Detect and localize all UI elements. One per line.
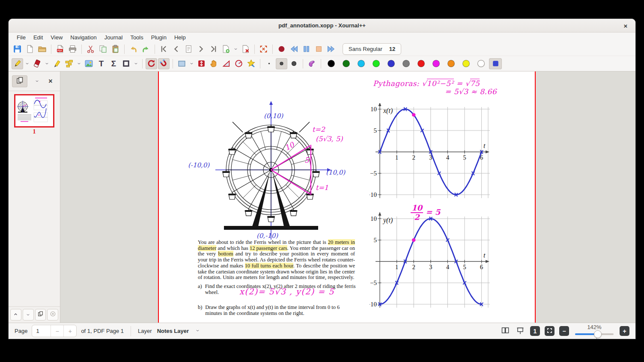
pen-button[interactable]	[12, 58, 23, 69]
font-selector-button[interactable]: Sans Regular 12	[343, 43, 401, 55]
color-dark-green-button[interactable]	[339, 58, 353, 69]
color-black-button[interactable]	[324, 58, 338, 69]
fullscreen-button[interactable]	[258, 44, 269, 55]
layer-dropdown-button[interactable]	[193, 327, 202, 335]
thickness-thick-button[interactable]	[288, 58, 300, 69]
next-page-button[interactable]	[195, 44, 207, 55]
prev-page-button[interactable]	[170, 44, 182, 55]
sidebar-tab-pages[interactable]	[12, 75, 27, 87]
zoom-slider-knob[interactable]	[594, 330, 602, 338]
titlebar[interactable]: pdf_annotation.xopp - Xournal++ ×	[9, 19, 635, 33]
color-white-button[interactable]	[474, 58, 488, 69]
eraser-button[interactable]	[31, 58, 43, 69]
insert-image-button[interactable]	[83, 58, 95, 69]
save-button[interactable]	[12, 44, 23, 55]
layer-selector[interactable]: Notes Layer	[157, 328, 189, 334]
color-picker-button[interactable]	[489, 58, 502, 69]
new-page-dropdown-button[interactable]	[233, 44, 239, 55]
menu-tools[interactable]: Tools	[126, 33, 147, 42]
thickness-medium-button[interactable]	[276, 58, 287, 69]
page-thumbnail[interactable]	[14, 94, 54, 128]
tex-tool-button[interactable]: Σ	[108, 58, 119, 69]
menu-file[interactable]: File	[13, 33, 30, 42]
paste-button[interactable]	[110, 44, 121, 55]
color-blue-button[interactable]	[384, 58, 398, 69]
copy-button[interactable]	[97, 44, 109, 55]
compass-button[interactable]	[233, 58, 244, 69]
text-tool-button[interactable]: T	[95, 58, 107, 69]
shapes-dropdown-button[interactable]	[133, 58, 139, 69]
menu-view[interactable]: View	[47, 33, 66, 42]
page-thumbnail-preview	[15, 95, 51, 124]
page-number-input[interactable]: 1	[32, 325, 51, 337]
select-dropdown-button[interactable]	[188, 58, 195, 69]
menu-help[interactable]: Help	[170, 33, 190, 42]
stop-button[interactable]	[313, 44, 325, 55]
zoom-in-button[interactable]: +	[620, 326, 629, 336]
page-decrement-button[interactable]: −	[51, 325, 64, 337]
fill-button[interactable]	[306, 58, 318, 69]
color-magenta-button[interactable]	[429, 58, 443, 69]
zoom-slider[interactable]	[575, 331, 614, 337]
menu-edit[interactable]: Edit	[30, 33, 47, 42]
redo-button[interactable]	[140, 44, 152, 55]
vertical-space-button[interactable]	[196, 58, 207, 69]
print-button[interactable]	[67, 44, 78, 55]
statusbar-right: 1 − 142% +	[500, 326, 629, 337]
presentation-mode-button[interactable]	[515, 326, 525, 336]
select-rect-button[interactable]	[176, 58, 188, 69]
thumbnail-down-button[interactable]	[23, 309, 34, 320]
menu-navigation[interactable]: Navigation	[66, 33, 100, 42]
two-page-view-button[interactable]	[500, 326, 510, 336]
delete-page-sidebar-button[interactable]	[47, 309, 58, 320]
color-green-button[interactable]	[369, 58, 383, 69]
pdf-text-select-button[interactable]	[63, 58, 75, 69]
color-orange-button[interactable]	[444, 58, 458, 69]
page-increment-button[interactable]: +	[64, 325, 76, 337]
new-file-button[interactable]	[24, 44, 36, 55]
menu-journal[interactable]: Journal	[101, 33, 127, 42]
zoom-percent-label: 142%	[587, 324, 601, 330]
color-cyan-button[interactable]	[354, 58, 368, 69]
zoom-100-button[interactable]: 1	[530, 326, 540, 336]
zoom-fit-button[interactable]	[545, 326, 555, 336]
new-page-button[interactable]	[220, 44, 232, 55]
toolbar-separator	[321, 59, 321, 68]
fast-forward-button[interactable]	[325, 44, 337, 55]
rotation-snapping-button[interactable]	[146, 58, 157, 69]
canvas-area[interactable]: Pythagoras: √10²−5² = √75 = 5√3 ≈ 8.66 1…	[60, 71, 635, 323]
undo-button[interactable]	[128, 44, 139, 55]
hand-tool-button[interactable]	[208, 58, 220, 69]
first-page-button[interactable]	[158, 44, 170, 55]
sidebar-dropdown-button[interactable]	[33, 77, 41, 86]
pdf-text-dropdown-button[interactable]	[76, 58, 82, 69]
pause-button[interactable]	[301, 44, 312, 55]
record-audio-button[interactable]	[276, 44, 287, 55]
color-yellow-button[interactable]	[459, 58, 473, 69]
rewind-button[interactable]	[288, 44, 300, 55]
page-spinner-button[interactable]	[183, 44, 194, 55]
menu-plugin[interactable]: Plugin	[147, 33, 170, 42]
setsquare-button[interactable]	[221, 58, 232, 69]
zoom-out-button[interactable]: −	[559, 326, 569, 336]
color-red-button[interactable]	[414, 58, 428, 69]
eraser-dropdown-button[interactable]	[44, 58, 50, 69]
export-pdf-button[interactable]: PDF	[54, 44, 66, 55]
cut-button[interactable]	[85, 44, 96, 55]
thickness-fine-button[interactable]	[263, 58, 275, 69]
pen-dropdown-button[interactable]	[24, 58, 30, 69]
grid-snapping-button[interactable]	[158, 58, 170, 69]
color-gray-button[interactable]	[399, 58, 413, 69]
open-folder-button[interactable]	[36, 44, 48, 55]
thumbnail-up-button[interactable]	[10, 309, 21, 320]
last-page-button[interactable]	[208, 44, 219, 55]
shapes-button[interactable]	[120, 58, 132, 69]
close-window-button[interactable]: ×	[621, 21, 630, 30]
highlighter-button[interactable]	[51, 58, 63, 69]
delete-page-button[interactable]	[240, 44, 251, 55]
duplicate-page-button[interactable]	[35, 309, 46, 320]
select-rect-icon	[177, 59, 186, 68]
pdf-page[interactable]: Pythagoras: √10²−5² = √75 = 5√3 ≈ 8.66 1…	[158, 71, 536, 323]
default-tool-button[interactable]	[245, 58, 257, 69]
sidebar-close-button[interactable]: ×	[46, 77, 55, 86]
